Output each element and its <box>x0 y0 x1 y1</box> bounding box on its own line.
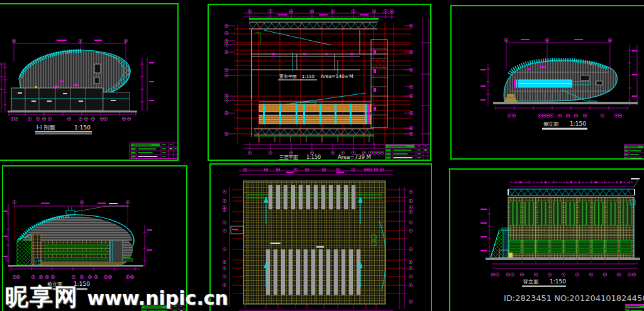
title-block <box>130 143 178 159</box>
title-block <box>624 145 644 160</box>
section-scale-text: 1:150 <box>74 124 91 131</box>
plan-inner-title-text: 更衣平面 <box>279 74 297 79</box>
rear-scale-text: 1:150 <box>550 278 566 285</box>
plan-inner-scale-text: 1:150 <box>302 74 314 79</box>
panel-rear-elevation: 背立面 1:150 <box>449 168 644 311</box>
rear-roof-truss <box>508 189 635 195</box>
watermark: 昵享网 www.nipic.cn <box>5 281 228 311</box>
section-caption: I-I 剖面 1:150 <box>35 124 92 134</box>
section-title-text: I-I 剖面 <box>36 124 55 131</box>
rear-shopfronts <box>509 240 631 254</box>
plan-lower-truss <box>254 129 374 142</box>
rear-window-grilles <box>510 202 631 225</box>
panel-roof-plan <box>209 163 432 311</box>
plan-caption: 三层平面 1:150 Area=739 M <box>278 154 371 161</box>
image-id-text: ID:2823451 NO:20120410182445085314 <box>504 293 644 303</box>
plan-inner-area-text: Area=140㎡M <box>321 74 353 79</box>
section-drawing: I-I 剖面 1:150 <box>0 4 179 161</box>
side-elevation-drawing: 侧立面 1:150 <box>452 6 644 160</box>
panel-section: I-I 剖面 1:150 <box>0 3 179 161</box>
panel-floor-plan: 更衣平面 1:150 Area=140㎡M 三层平面 1:150 Area=73… <box>208 4 431 161</box>
side-title-text: 侧立面 <box>543 121 559 127</box>
side-ground-line <box>493 102 638 104</box>
floor-plan-drawing: 更衣平面 1:150 Area=140㎡M 三层平面 1:150 Area=73… <box>209 5 431 161</box>
plan-seating <box>259 102 371 124</box>
roof-plan-drawing <box>211 165 432 311</box>
rear-facade <box>508 197 635 258</box>
rear-caption: 背立面 1:150 <box>522 278 566 287</box>
side-scale-text: 1:150 <box>570 121 586 127</box>
rear-axis-bubbles <box>491 273 636 276</box>
plan-dimensions <box>226 11 431 150</box>
plan-scale-text: 1:150 <box>306 155 321 160</box>
rear-elevation-drawing: 背立面 1:150 <box>450 170 644 311</box>
plan-inner-caption: 更衣平面 1:150 Area=140㎡M <box>278 74 353 80</box>
rear-title-text: 背立面 <box>523 279 539 285</box>
plan-area-text: Area=739 M <box>338 154 371 160</box>
cad-sheet-screenshot: { "watermark": { "site_name": "昵享网", "si… <box>0 0 644 311</box>
watermark-site-name: 昵享网 <box>5 283 79 310</box>
watermark-site-url: www.nipic.cn <box>87 287 228 309</box>
title-block <box>385 144 431 160</box>
plan-roof-truss-band <box>249 18 379 29</box>
title-block <box>625 304 644 311</box>
side-shell <box>504 60 617 101</box>
rear-top-dimensions <box>510 178 640 187</box>
side-caption: 侧立面 1:150 <box>542 121 587 130</box>
panel-side-elevation: 侧立面 1:150 <box>450 5 644 160</box>
rear-ground-line <box>486 258 640 260</box>
section-ground-line <box>8 111 137 112</box>
plan-title-text: 三层平面 <box>279 155 299 160</box>
front-ground-line <box>8 265 143 267</box>
